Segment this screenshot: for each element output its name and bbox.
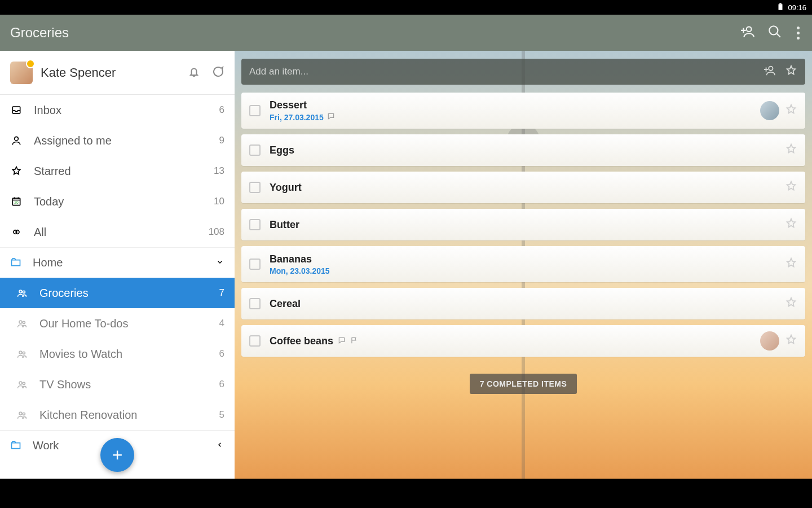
app-bar: Groceries (0, 15, 812, 51)
task-star-icon[interactable] (785, 296, 797, 311)
sidebar-item-inbox[interactable]: Inbox 6 (0, 95, 235, 125)
folder-home[interactable]: Home (0, 247, 235, 278)
nav-home-icon[interactable] (400, 486, 412, 501)
sidebar-item-count: 108 (209, 226, 224, 238)
sidebar-item-label: All (34, 226, 197, 239)
list-item-label: TV Shows (39, 378, 208, 391)
task-checkbox[interactable] (249, 298, 261, 309)
people-icon (16, 318, 28, 329)
page-title: Groceries (10, 25, 740, 41)
task-checkbox[interactable] (249, 259, 261, 270)
list-item-count: 5 (219, 409, 224, 421)
svg-point-10 (19, 321, 22, 323)
list-item-todos[interactable]: Our Home To-dos 4 (0, 308, 235, 339)
task-checkbox[interactable] (249, 144, 261, 156)
task-row[interactable]: Eggs (241, 134, 805, 166)
sidebar-item-assigned[interactable]: Assigned to me 9 (0, 125, 235, 156)
task-checkbox[interactable] (249, 182, 261, 193)
task-checkbox[interactable] (249, 335, 261, 347)
task-date: Fri, 27.03.2015 (270, 112, 751, 122)
svg-point-15 (23, 382, 25, 384)
fab-add-button[interactable]: + (100, 438, 134, 472)
task-row[interactable]: Butter (241, 209, 805, 240)
chat-icon[interactable] (211, 65, 224, 81)
task-title: Yogurt (270, 182, 776, 194)
list-item-count: 6 (219, 348, 224, 360)
task-row[interactable]: Cereal (241, 288, 805, 319)
task-checkbox[interactable] (249, 219, 261, 230)
task-star-icon[interactable] (785, 143, 797, 157)
person-icon (10, 135, 23, 146)
nav-back-icon[interactable] (314, 486, 326, 501)
task-title: Eggs (270, 144, 776, 156)
completed-items-toggle[interactable]: 7 COMPLETED ITEMS (470, 374, 577, 394)
battery-icon (776, 3, 784, 12)
task-star-icon[interactable] (785, 103, 797, 118)
list-item-count: 6 (219, 379, 224, 390)
chevron-down-icon (215, 257, 224, 269)
svg-rect-20 (488, 489, 496, 496)
assignee-avatar (760, 331, 779, 351)
comment-icon (338, 335, 346, 347)
task-date: Mon, 23.03.2015 (270, 266, 776, 275)
comment-icon (327, 112, 335, 122)
sidebar-item-today[interactable]: 20 Today 10 (0, 186, 235, 217)
people-icon (16, 287, 28, 299)
search-icon[interactable] (767, 24, 782, 41)
svg-point-5 (15, 137, 19, 141)
bell-icon[interactable] (187, 65, 201, 81)
add-item-input[interactable] (249, 66, 757, 77)
svg-text:20: 20 (14, 200, 19, 204)
calendar-icon: 20 (10, 196, 23, 207)
nav-recent-icon[interactable] (486, 486, 498, 501)
add-item-bar[interactable] (241, 59, 805, 85)
sidebar-item-starred[interactable]: Starred 13 (0, 156, 235, 186)
svg-rect-1 (780, 3, 782, 4)
sidebar-item-label: Starred (34, 165, 202, 178)
status-bar: 09:16 (0, 0, 812, 15)
sidebar-item-label: Assigned to me (34, 134, 208, 147)
flag-icon (350, 335, 358, 347)
task-row[interactable]: Coffee beans (241, 325, 805, 357)
list-item-kitchen[interactable]: Kitchen Renovation 5 (0, 400, 235, 430)
overflow-menu-icon[interactable] (795, 24, 802, 42)
svg-point-14 (19, 382, 22, 384)
sidebar-item-all[interactable]: All 108 (0, 217, 235, 247)
task-title: Butter (270, 219, 776, 231)
task-row[interactable]: Yogurt (241, 172, 805, 203)
people-icon (16, 379, 28, 390)
sidebar-item-count: 6 (219, 104, 224, 116)
task-star-icon[interactable] (785, 334, 797, 348)
sidebar: Kate Spencer Inbox 6 Assigned to me 9 St… (0, 51, 235, 479)
svg-point-9 (23, 291, 25, 293)
people-icon (16, 409, 28, 421)
task-checkbox[interactable] (249, 105, 261, 116)
sidebar-item-count: 9 (219, 135, 224, 146)
user-row[interactable]: Kate Spencer (0, 51, 235, 95)
list-item-label: Kitchen Renovation (39, 409, 208, 422)
task-star-icon[interactable] (785, 257, 797, 271)
sidebar-item-label: Inbox (34, 104, 208, 117)
star-icon[interactable] (785, 64, 797, 79)
list-item-tv[interactable]: TV Shows 6 (0, 369, 235, 400)
list-item-count: 4 (219, 318, 224, 329)
task-star-icon[interactable] (785, 180, 797, 195)
list-item-label: Our Home To-dos (39, 317, 208, 330)
list-item-groceries[interactable]: Groceries 7 (0, 278, 235, 308)
people-icon (16, 348, 28, 360)
svg-point-16 (19, 412, 22, 415)
list-item-label: Groceries (39, 287, 208, 300)
user-name: Kate Spencer (41, 65, 179, 80)
avatar (10, 62, 33, 84)
list-item-movies[interactable]: Movies to Watch 6 (0, 339, 235, 369)
task-star-icon[interactable] (785, 217, 797, 232)
inbox-icon (10, 104, 23, 116)
svg-point-18 (769, 67, 773, 71)
assign-icon[interactable] (764, 64, 776, 79)
infinity-icon (10, 226, 23, 238)
invite-icon[interactable] (740, 24, 755, 41)
svg-rect-0 (779, 4, 783, 10)
svg-point-19 (402, 488, 411, 497)
task-row[interactable]: Dessert Fri, 27.03.2015 (241, 93, 805, 129)
task-row[interactable]: Bananas Mon, 23.03.2015 (241, 246, 805, 282)
